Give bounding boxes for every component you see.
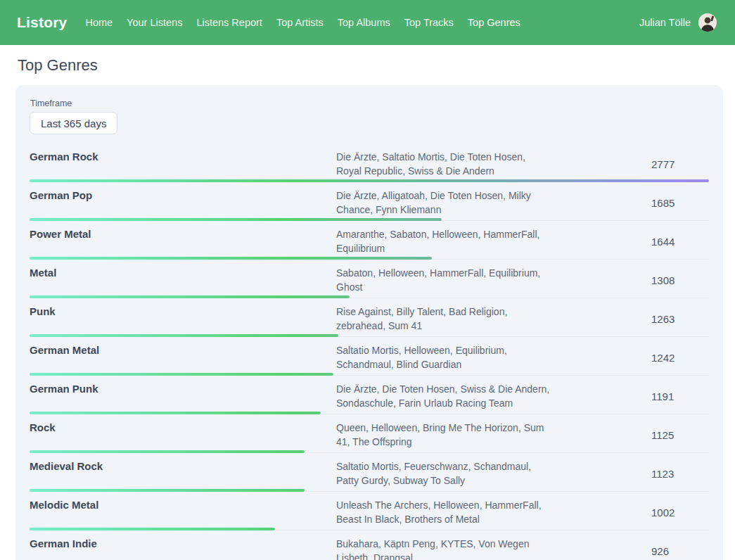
top-genres-card: Timeframe Last 365 days German Rock Die …	[15, 85, 723, 560]
genre-artists: Die Ärzte, Alligatoah, Die Toten Hosen, …	[336, 189, 551, 217]
genre-list: German Rock Die Ärzte, Saltatio Mortis, …	[30, 144, 709, 560]
genre-row: German Pop Die Ärzte, Alligatoah, Die To…	[30, 182, 709, 221]
person-icon	[698, 13, 717, 32]
nav-link-top-artists[interactable]: Top Artists	[276, 17, 324, 28]
nav-link-top-albums[interactable]: Top Albums	[338, 17, 390, 28]
genre-artists: Unleash The Archers, Helloween, HammerFa…	[336, 498, 551, 526]
navbar: Listory HomeYour ListensListens ReportTo…	[0, 0, 735, 45]
genre-artists: Saltatio Mortis, Feuerschwanz, Schandmau…	[336, 459, 551, 488]
nav-link-top-genres[interactable]: Top Genres	[468, 17, 520, 28]
nav-link-home[interactable]: Home	[85, 17, 113, 28]
nav-link-your-listens[interactable]: Your Listens	[127, 17, 182, 28]
genre-name: German Indie	[30, 537, 336, 551]
genre-play-count: 1308	[551, 274, 709, 286]
timeframe-label: Timeframe	[30, 98, 709, 108]
genre-row: German Punk Die Ärzte, Die Toten Hosen, …	[30, 376, 709, 414]
genre-artists: Bukahara, Käptn Peng, KYTES, Von Wegen L…	[336, 537, 551, 560]
genre-play-count: 926	[551, 545, 709, 557]
genre-name: German Rock	[30, 150, 336, 164]
genre-row: Rock Queen, Helloween, Bring Me The Hori…	[30, 414, 709, 453]
user-avatar[interactable]	[698, 13, 717, 32]
nav-links: HomeYour ListensListens ReportTop Artist…	[85, 17, 639, 28]
genre-name: Melodic Metal	[30, 498, 336, 512]
timeframe-filter: Timeframe Last 365 days	[30, 98, 709, 134]
genre-artists: Queen, Helloween, Bring Me The Horizon, …	[336, 421, 551, 449]
nav-link-listens-report[interactable]: Listens Report	[196, 17, 262, 28]
genre-play-count: 1191	[551, 390, 709, 402]
genre-play-count: 1644	[551, 236, 709, 248]
genre-row: Power Metal Amaranthe, Sabaton, Hellowee…	[30, 221, 709, 260]
genre-row: German Indie Bukahara, Käptn Peng, KYTES…	[30, 530, 709, 560]
user-name: Julian Tölle	[639, 17, 691, 28]
genre-play-count: 1263	[551, 313, 709, 325]
genre-artists: Sabaton, Helloween, HammerFall, Equilibr…	[336, 266, 551, 294]
genre-row: German Metal Saltatio Mortis, Helloween,…	[30, 337, 709, 376]
genre-name: German Metal	[30, 343, 336, 357]
genre-name: Metal	[30, 266, 336, 280]
app-logo[interactable]: Listory	[17, 14, 67, 31]
genre-play-count: 1125	[551, 429, 709, 441]
genre-artists: Amaranthe, Sabaton, Helloween, HammerFal…	[336, 227, 551, 255]
genre-play-count: 2777	[551, 158, 709, 170]
genre-artists: Die Ärzte, Saltatio Mortis, Die Toten Ho…	[336, 150, 551, 178]
genre-artists: Die Ärzte, Die Toten Hosen, Swiss & Die …	[336, 382, 551, 410]
genre-name: Punk	[30, 305, 336, 319]
genre-artists: Saltatio Mortis, Helloween, Equilibrium,…	[336, 343, 551, 371]
genre-row: Metal Sabaton, Helloween, HammerFall, Eq…	[30, 260, 709, 298]
timeframe-select[interactable]: Last 365 days	[30, 112, 117, 134]
genre-play-count: 1123	[551, 468, 709, 480]
genre-name: Power Metal	[30, 227, 336, 241]
main-content: Top Genres Timeframe Last 365 days Germa…	[0, 56, 735, 560]
genre-play-count: 1002	[551, 507, 709, 518]
nav-link-top-tracks[interactable]: Top Tracks	[404, 17, 454, 28]
page-title: Top Genres	[18, 56, 723, 75]
genre-play-count: 1242	[551, 352, 709, 364]
genre-name: German Punk	[30, 382, 336, 396]
genre-row: Melodic Metal Unleash The Archers, Hello…	[30, 492, 709, 530]
genre-name: German Pop	[30, 189, 336, 203]
genre-row: German Rock Die Ärzte, Saltatio Mortis, …	[30, 144, 709, 182]
genre-row: Medieval Rock Saltatio Mortis, Feuerschw…	[30, 453, 709, 492]
genre-artists: Rise Against, Billy Talent, Bad Religion…	[336, 305, 551, 333]
genre-name: Medieval Rock	[30, 459, 336, 473]
genre-play-count: 1685	[551, 197, 709, 209]
genre-row: Punk Rise Against, Billy Talent, Bad Rel…	[30, 298, 709, 337]
genre-name: Rock	[30, 421, 336, 435]
